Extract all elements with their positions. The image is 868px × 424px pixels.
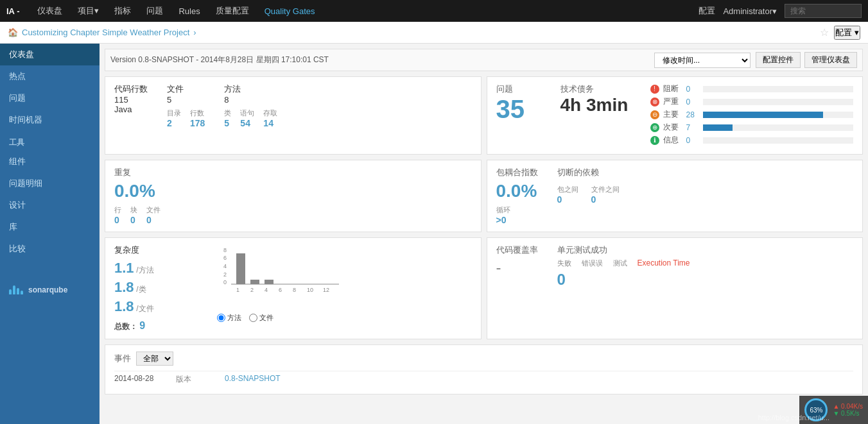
nav-dashboard[interactable]: 仪表盘 <box>35 4 65 18</box>
event-date: 2014-08-28 <box>114 374 166 385</box>
blocker-count: 0 <box>686 85 699 94</box>
sidebar-item-compare[interactable]: 比较 <box>0 238 100 260</box>
radio-method-label[interactable]: 方法 <box>217 313 241 323</box>
radio-file-label[interactable]: 文件 <box>249 313 273 323</box>
methods-title: 方法 <box>224 83 277 95</box>
sidebar-item-dashboard[interactable]: 仪表盘 <box>0 44 100 65</box>
speed-down: ▼ 0.5K/s <box>833 410 863 417</box>
minor-count: 7 <box>686 123 699 132</box>
speed-down-value: 0.5K/s <box>841 410 859 417</box>
duplication-row-stats: 行 0 块 0 文件 0 <box>114 205 472 225</box>
bar-1 <box>236 253 245 284</box>
complexity-per-method-unit: /方法 <box>136 266 153 275</box>
complexity-per-class-unit: /类 <box>136 285 146 294</box>
issues-card: 问题 35 技术债务 4h 3min ! 阻断 0 <box>487 76 864 155</box>
sidebar-item-library[interactable]: 库 <box>0 216 100 238</box>
sidebar-item-time-machine[interactable]: 时间机器 <box>0 109 100 131</box>
coupling-index-value: 0.0% <box>496 181 538 201</box>
dirs-stat: 目录 2 <box>167 108 181 128</box>
sidebar-item-issues[interactable]: 问题 <box>0 87 100 109</box>
nav-quality-profiles[interactable]: 质量配置 <box>213 4 252 18</box>
complexity-per-method-value: 1.1 <box>114 260 134 276</box>
complexity-total-label: 总数： <box>114 322 137 331</box>
major-bar-container <box>703 112 854 118</box>
info-count: 0 <box>686 136 699 145</box>
statements-stat: 语句 54 <box>240 108 254 128</box>
debt-title: 技术债务 <box>560 83 638 95</box>
chart-radio-group: 方法 文件 <box>217 313 472 323</box>
code-stats-card: 代码行数 115 Java 文件 5 目录 2 <box>105 76 482 155</box>
nav-metrics[interactable]: 指标 <box>112 4 134 18</box>
breadcrumb-bar: 🏠 Customizing Chapter Simple Weather Pro… <box>0 22 868 44</box>
favorite-icon[interactable]: ☆ <box>820 26 829 38</box>
issues-breakdown: ! 阻断 0 ⊗ 严重 0 ⊖ 主要 <box>650 83 854 148</box>
issues-value: 35 <box>496 95 548 124</box>
bar-2 <box>250 280 259 284</box>
nav-rules[interactable]: Rules <box>176 5 202 17</box>
nav-issues[interactable]: 问题 <box>144 4 166 18</box>
code-lines-value: 115 <box>114 95 148 105</box>
sidebar-item-components[interactable]: 组件 <box>0 151 100 173</box>
sidebar-item-issue-details[interactable]: 问题明细 <box>0 173 100 194</box>
between-file-section: 文件之间 0 <box>591 181 620 205</box>
svg-text:8: 8 <box>293 287 296 293</box>
speed-up: ▲ 0.04K/s <box>833 403 863 410</box>
info-bar-container <box>703 137 854 144</box>
sonarqube-logo: sonarqube <box>9 285 67 294</box>
sidebar: 仪表盘 热点 问题 时间机器 工具 组件 问题明细 设计 库 比较 sonarq… <box>0 44 100 424</box>
between-file-label: 文件之间 <box>591 185 620 194</box>
major-dot: ⊖ <box>650 110 659 119</box>
issue-row-major: ⊖ 主要 28 <box>650 109 854 120</box>
coupling-deps-title: 切断的依赖 <box>557 167 620 178</box>
duplication-value: 0.0% <box>114 181 472 201</box>
bar-3 <box>265 280 273 284</box>
cycle-value: >0 <box>496 215 538 225</box>
nav-config-link[interactable]: 配置 <box>699 5 715 17</box>
svg-text:6: 6 <box>223 255 227 261</box>
config-gear-button[interactable]: 配置 ▾ <box>834 26 860 40</box>
issues-section: 问题 35 <box>496 83 548 148</box>
dup-block-stat: 块 0 <box>130 205 137 225</box>
blocker-dot: ! <box>650 85 659 94</box>
coverage-card: 代码覆盖率 - 单元测试成功 失败 错误误 测试 Execution Time … <box>487 237 864 339</box>
radio-method[interactable] <box>217 314 225 322</box>
duplication-card: 重复 0.0% 行 0 块 0 文件 0 <box>105 160 482 232</box>
dup-row-value: 0 <box>114 215 121 225</box>
minor-dot: ⊕ <box>650 123 659 132</box>
dashboard-grid: 代码行数 115 Java 文件 5 目录 2 <box>105 76 863 339</box>
speed-up-icon: ▲ <box>833 403 839 410</box>
nav-admin-button[interactable]: Administrator▾ <box>723 6 777 16</box>
search-input[interactable] <box>785 4 862 18</box>
files-section: 文件 5 目录 2 行数 178 <box>167 83 205 128</box>
sonarqube-logo-text: sonarqube <box>28 285 67 294</box>
version-bar-buttons: 配置控件 管理仪表盘 <box>756 52 857 68</box>
methods-sub-stats: 类 5 语句 54 存取 14 <box>224 108 277 128</box>
manage-dashboard-button[interactable]: 管理仪表盘 <box>804 52 857 68</box>
svg-text:2: 2 <box>223 271 227 278</box>
sidebar-item-design[interactable]: 设计 <box>0 194 100 216</box>
complexity-per-file-value: 1.8 <box>114 298 134 314</box>
config-controls-button[interactable]: 配置控件 <box>756 52 801 68</box>
home-icon[interactable]: 🏠 <box>8 28 18 37</box>
complexity-per-class-value: 1.8 <box>114 279 134 295</box>
lines-label: 行数 <box>190 108 205 118</box>
time-dropdown[interactable]: 修改时间... <box>654 53 751 68</box>
main-layout: 仪表盘 热点 问题 时间机器 工具 组件 问题明细 设计 库 比较 sonarq… <box>0 44 868 424</box>
unit-test-count: 0 <box>557 271 690 289</box>
between-pkg-label: 包之间 <box>557 185 578 194</box>
blocker-label: 阻断 <box>663 83 682 94</box>
nav-quality-gates[interactable]: Quality Gates <box>262 5 318 17</box>
radio-file[interactable] <box>249 314 257 322</box>
complexity-per-class-row: 1.8 /类 <box>114 279 211 296</box>
events-select[interactable]: 全部 <box>136 352 173 366</box>
coverage-value: - <box>496 259 538 276</box>
event-row: 2014-08-28 版本 0.8-SNAPSHOT <box>114 371 853 387</box>
complexity-per-method-row: 1.1 /方法 <box>114 260 211 276</box>
dup-block-label: 块 <box>130 205 137 215</box>
cycle-label: 循环 <box>496 205 538 215</box>
statements-value: 54 <box>240 118 254 128</box>
nav-projects[interactable]: 项目▾ <box>75 4 101 18</box>
accessors-value: 14 <box>263 118 277 128</box>
sidebar-item-hotspots[interactable]: 热点 <box>0 65 100 87</box>
coupling-index-title: 包耦合指数 <box>496 167 538 178</box>
